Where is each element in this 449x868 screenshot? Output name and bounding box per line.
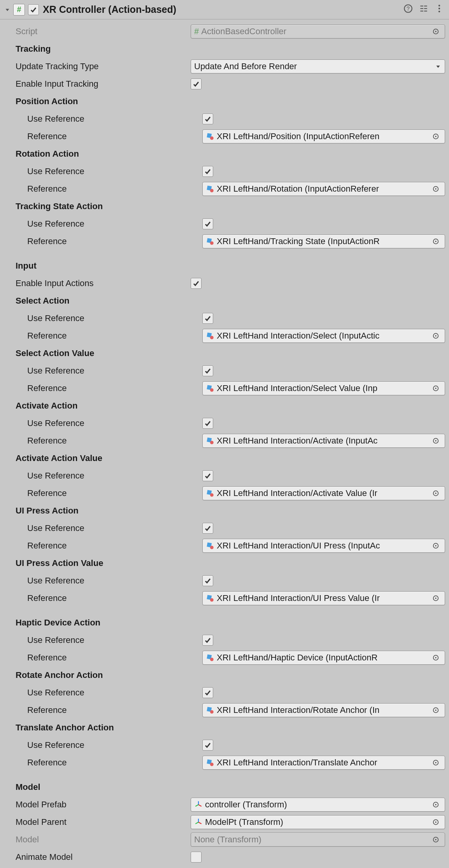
object-picker-icon[interactable] bbox=[430, 819, 442, 826]
svg-rect-7 bbox=[420, 10, 423, 11]
select-action-reference-field[interactable]: XRI LeftHand Interaction/Select (InputAc… bbox=[202, 329, 445, 343]
rotation-action-use-reference-checkbox[interactable] bbox=[202, 166, 213, 177]
object-picker-icon[interactable] bbox=[430, 437, 442, 444]
svg-point-10 bbox=[438, 7, 440, 9]
svg-marker-0 bbox=[6, 9, 9, 11]
position-action-heading: Position Action bbox=[4, 93, 445, 110]
select-action-value-use-reference-checkbox[interactable] bbox=[202, 365, 213, 376]
svg-point-50 bbox=[435, 762, 437, 763]
object-picker-icon[interactable] bbox=[430, 385, 442, 392]
rotate-anchor-reference-field[interactable]: XRI LeftHand Interaction/Rotate Anchor (… bbox=[202, 703, 445, 717]
haptic-device-use-reference-checkbox[interactable] bbox=[202, 635, 213, 646]
animate-model-checkbox[interactable] bbox=[191, 852, 202, 863]
svg-point-42 bbox=[210, 658, 214, 661]
presets-icon[interactable] bbox=[419, 3, 429, 16]
svg-point-55 bbox=[435, 804, 437, 805]
ui-press-action-use-reference-checkbox[interactable] bbox=[202, 523, 213, 534]
svg-point-11 bbox=[438, 10, 440, 12]
object-picker-icon[interactable] bbox=[430, 332, 442, 339]
svg-text:?: ? bbox=[407, 5, 410, 12]
enable-input-tracking-row: Enable Input Tracking bbox=[4, 75, 445, 93]
ui-press-action-reference-field[interactable]: XRI LeftHand Interaction/UI Press (Input… bbox=[202, 539, 445, 553]
object-picker-icon[interactable] bbox=[430, 836, 442, 843]
select-action-value-heading: Select Action Value bbox=[4, 344, 445, 362]
model-heading: Model bbox=[4, 778, 445, 796]
svg-point-15 bbox=[210, 136, 214, 140]
svg-point-35 bbox=[435, 493, 437, 494]
svg-point-44 bbox=[435, 657, 437, 658]
model-parent-field[interactable]: ModelPt (Transform) bbox=[191, 815, 445, 829]
input-action-icon bbox=[206, 594, 214, 603]
svg-marker-14 bbox=[436, 65, 440, 68]
object-picker-icon[interactable] bbox=[430, 654, 442, 661]
select-action-heading: Select Action bbox=[4, 292, 445, 309]
enable-input-actions-checkbox[interactable] bbox=[191, 278, 202, 289]
input-action-icon bbox=[206, 437, 214, 445]
haptic-device-reference-field[interactable]: XRI LeftHand/Haptic Device (InputActionR bbox=[202, 651, 445, 665]
translate-anchor-reference-field[interactable]: XRI LeftHand Interaction/Translate Ancho… bbox=[202, 756, 445, 770]
svg-point-29 bbox=[435, 388, 437, 389]
svg-point-20 bbox=[435, 188, 437, 190]
enable-input-tracking-checkbox[interactable] bbox=[191, 79, 202, 89]
chevron-down-icon bbox=[435, 64, 442, 69]
tracking-state-use-reference-checkbox[interactable] bbox=[202, 218, 213, 229]
svg-point-26 bbox=[435, 335, 437, 337]
input-action-icon bbox=[206, 384, 214, 393]
model-prefab-field[interactable]: controller (Transform) bbox=[191, 798, 445, 812]
script-value: ActionBasedController bbox=[201, 26, 430, 37]
svg-point-62 bbox=[435, 839, 437, 840]
activate-action-value-heading: Activate Action Value bbox=[4, 449, 445, 467]
svg-point-45 bbox=[210, 710, 214, 714]
svg-point-41 bbox=[435, 597, 437, 599]
hash-icon: # bbox=[194, 26, 199, 37]
ui-press-action-value-reference-field[interactable]: XRI LeftHand Interaction/UI Press Value … bbox=[202, 591, 445, 605]
position-action-reference-field[interactable]: XRI LeftHand/Position (InputActionRefere… bbox=[202, 129, 445, 143]
object-picker-icon[interactable] bbox=[430, 28, 442, 35]
activate-action-heading: Activate Action bbox=[4, 397, 445, 414]
context-menu-icon[interactable] bbox=[434, 3, 444, 16]
input-action-icon bbox=[206, 653, 214, 662]
model-field[interactable]: None (Transform) bbox=[191, 833, 445, 847]
object-picker-icon[interactable] bbox=[430, 759, 442, 766]
object-picker-icon[interactable] bbox=[430, 185, 442, 192]
position-action-use-reference-checkbox[interactable] bbox=[202, 114, 213, 124]
rotation-action-reference-field[interactable]: XRI LeftHand/Rotation (InputActionRefere… bbox=[202, 182, 445, 196]
activate-action-reference-field[interactable]: XRI LeftHand Interaction/Activate (Input… bbox=[202, 434, 445, 448]
object-picker-icon[interactable] bbox=[430, 542, 442, 549]
foldout-toggle[interactable] bbox=[3, 5, 12, 14]
rotate-anchor-use-reference-checkbox[interactable] bbox=[202, 687, 213, 698]
script-icon: # bbox=[13, 4, 25, 16]
select-action-use-reference-checkbox[interactable] bbox=[202, 313, 213, 324]
svg-line-57 bbox=[198, 822, 202, 824]
ui-press-action-value-heading: UI Press Action Value bbox=[4, 554, 445, 572]
object-picker-icon[interactable] bbox=[430, 490, 442, 497]
svg-point-38 bbox=[435, 545, 437, 547]
object-picker-icon[interactable] bbox=[430, 238, 442, 245]
rotate-anchor-action-heading: Rotate Anchor Action bbox=[4, 666, 445, 684]
svg-point-60 bbox=[435, 821, 437, 823]
position-action-use-reference-row: Use Reference bbox=[4, 110, 445, 127]
svg-point-27 bbox=[210, 388, 214, 392]
translate-anchor-use-reference-checkbox[interactable] bbox=[202, 740, 213, 751]
object-picker-icon[interactable] bbox=[430, 801, 442, 808]
update-tracking-type-dropdown[interactable]: Update And Before Render bbox=[191, 59, 445, 73]
object-picker-icon[interactable] bbox=[430, 707, 442, 714]
activate-action-use-reference-checkbox[interactable] bbox=[202, 418, 213, 429]
activate-action-value-use-reference-checkbox[interactable] bbox=[202, 470, 213, 481]
ui-press-action-value-use-reference-checkbox[interactable] bbox=[202, 575, 213, 586]
object-picker-icon[interactable] bbox=[430, 595, 442, 602]
svg-rect-3 bbox=[420, 5, 423, 6]
svg-point-39 bbox=[210, 598, 214, 602]
svg-point-21 bbox=[210, 241, 214, 245]
svg-point-47 bbox=[435, 709, 437, 711]
svg-rect-8 bbox=[424, 10, 427, 11]
svg-point-13 bbox=[435, 31, 437, 32]
object-picker-icon[interactable] bbox=[430, 133, 442, 140]
component-enabled-checkbox[interactable] bbox=[28, 4, 39, 15]
script-field[interactable]: # ActionBasedController bbox=[191, 24, 445, 38]
select-action-value-reference-field[interactable]: XRI LeftHand Interaction/Select Value (I… bbox=[202, 381, 445, 395]
tracking-state-reference-field[interactable]: XRI LeftHand/Tracking State (InputAction… bbox=[202, 234, 445, 248]
svg-point-30 bbox=[210, 441, 214, 444]
activate-action-value-reference-field[interactable]: XRI LeftHand Interaction/Activate Value … bbox=[202, 486, 445, 500]
help-icon[interactable]: ? bbox=[403, 3, 413, 16]
